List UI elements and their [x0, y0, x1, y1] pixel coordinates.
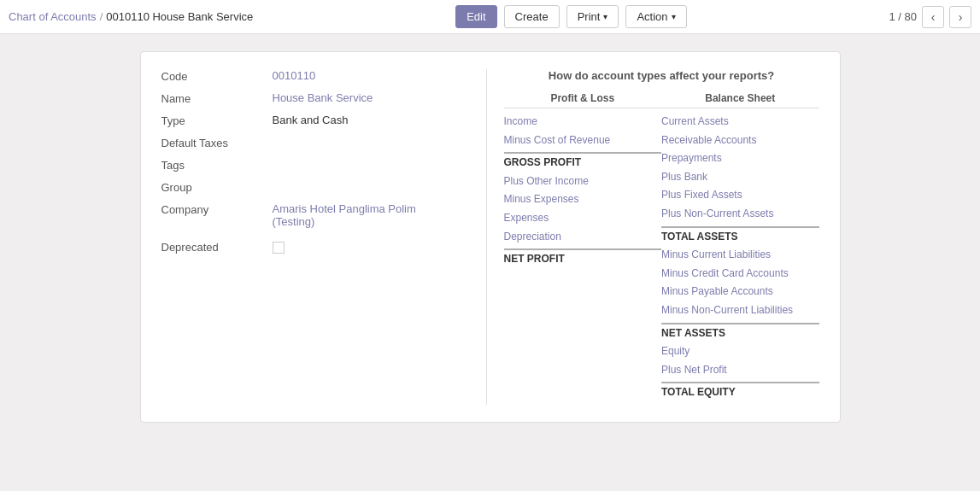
default-taxes-label: Default Taxes — [161, 136, 273, 149]
bs-total-assets: TOTAL ASSETS — [661, 226, 819, 244]
pl-minus-cost[interactable]: Minus Cost of Revenue — [504, 134, 662, 148]
action-caret-icon: ▾ — [672, 12, 676, 21]
name-label: Name — [161, 91, 273, 105]
name-value[interactable]: House Bank Service — [273, 91, 373, 104]
balance-sheet-column: Balance Sheet Current Assets Receivable … — [661, 92, 819, 405]
tags-label: Tags — [161, 158, 273, 172]
pl-depreciation[interactable]: Depreciation — [504, 231, 662, 244]
deprecated-field-row: Deprecated — [161, 240, 469, 254]
edit-button[interactable]: Edit — [455, 5, 496, 28]
group-field-row: Group — [161, 180, 469, 194]
group-label: Group — [161, 180, 273, 194]
type-field-row: Type Bank and Cash — [161, 114, 469, 127]
bs-plus-non-current-assets[interactable]: Plus Non-Current Assets — [661, 208, 819, 221]
bs-total-equity: TOTAL EQUITY — [661, 382, 819, 400]
prev-page-button[interactable]: ‹ — [922, 6, 944, 28]
type-label: Type — [161, 114, 273, 127]
company-line2: (Testing) — [273, 215, 315, 228]
pl-plus-other-income[interactable]: Plus Other Income — [504, 175, 662, 189]
default-taxes-field-row: Default Taxes — [161, 136, 469, 149]
chart-header: How do account types affect your reports… — [504, 69, 819, 82]
deprecated-checkbox[interactable] — [273, 242, 285, 254]
company-value[interactable]: Amaris Hotel Panglima Polim (Testing) — [273, 202, 416, 228]
breadcrumb-separator: / — [100, 10, 103, 23]
section-divider — [486, 69, 487, 405]
form-section: Code 0010110 Name House Bank Service Typ… — [161, 69, 469, 405]
breadcrumb-parent[interactable]: Chart of Accounts — [9, 10, 97, 23]
company-field-row: Company Amaris Hotel Panglima Polim (Tes… — [161, 202, 469, 228]
action-button[interactable]: Action ▾ — [625, 5, 686, 28]
code-value[interactable]: 0010110 — [273, 69, 316, 82]
create-button[interactable]: Create — [504, 5, 560, 28]
name-field-row: Name House Bank Service — [161, 91, 469, 105]
bs-equity[interactable]: Equity — [661, 345, 819, 359]
account-card: Code 0010110 Name House Bank Service Typ… — [140, 51, 841, 423]
code-field-row: Code 0010110 — [161, 69, 469, 83]
chart-section: How do account types affect your reports… — [504, 69, 819, 405]
tags-field-row: Tags — [161, 158, 469, 172]
bs-minus-non-current-liabilities[interactable]: Minus Non-Current Liabilities — [661, 304, 819, 318]
bs-prepayments[interactable]: Prepayments — [661, 152, 819, 166]
profit-loss-column: Profit & Loss Income Minus Cost of Reven… — [504, 92, 662, 405]
toolbar: Edit Create Print ▾ Action ▾ — [455, 5, 686, 28]
bs-minus-current-liabilities[interactable]: Minus Current Liabilities — [661, 248, 819, 262]
company-line1: Amaris Hotel Panglima Polim — [273, 202, 416, 215]
print-button[interactable]: Print ▾ — [566, 5, 619, 28]
bs-plus-net-profit[interactable]: Plus Net Profit — [661, 364, 819, 377]
pl-income[interactable]: Income — [504, 115, 662, 129]
profit-loss-header: Profit & Loss — [504, 92, 662, 108]
bs-plus-fixed-assets[interactable]: Plus Fixed Assets — [661, 189, 819, 202]
topbar: Chart of Accounts / 0010110 House Bank S… — [0, 0, 980, 34]
bs-net-assets: NET ASSETS — [661, 323, 819, 341]
chart-columns: Profit & Loss Income Minus Cost of Reven… — [504, 92, 819, 405]
next-page-button[interactable]: › — [949, 6, 971, 28]
pl-gross-profit: GROSS PROFIT — [504, 152, 662, 170]
breadcrumb: Chart of Accounts / 0010110 House Bank S… — [9, 10, 253, 23]
bs-minus-credit-card[interactable]: Minus Credit Card Accounts — [661, 267, 819, 281]
print-label: Print — [578, 10, 601, 23]
pl-expenses[interactable]: Expenses — [504, 212, 662, 225]
breadcrumb-current: 0010110 House Bank Service — [106, 10, 253, 23]
action-label: Action — [637, 10, 667, 23]
pl-minus-expenses[interactable]: Minus Expenses — [504, 193, 662, 207]
main-content: Code 0010110 Name House Bank Service Typ… — [0, 34, 980, 440]
bs-minus-payable-accounts[interactable]: Minus Payable Accounts — [661, 285, 819, 299]
pl-net-profit: NET PROFIT — [504, 248, 662, 266]
bs-current-assets[interactable]: Current Assets — [661, 115, 819, 129]
code-label: Code — [161, 69, 273, 83]
bs-receivable-accounts[interactable]: Receivable Accounts — [661, 134, 819, 148]
balance-sheet-header: Balance Sheet — [661, 92, 819, 108]
company-label: Company — [161, 202, 273, 216]
pagination: 1 / 80 ‹ › — [889, 6, 971, 28]
print-caret-icon: ▾ — [603, 12, 607, 21]
type-value: Bank and Cash — [273, 114, 349, 126]
deprecated-label: Deprecated — [161, 240, 273, 254]
page-info: 1 / 80 — [889, 10, 917, 23]
bs-plus-bank[interactable]: Plus Bank — [661, 171, 819, 184]
